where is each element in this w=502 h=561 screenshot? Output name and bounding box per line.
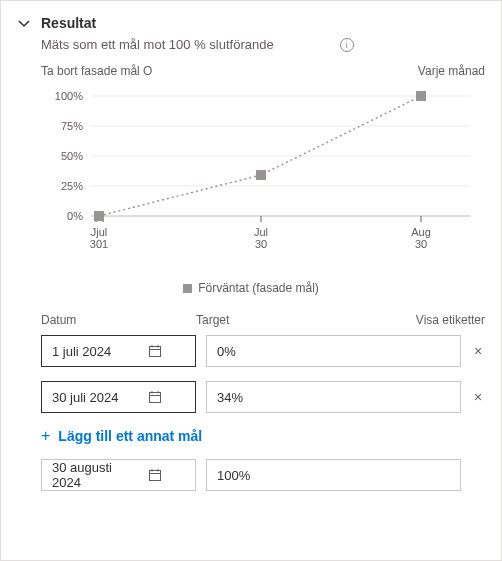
legend-label: Förväntat (fasade mål) (198, 281, 319, 295)
target-field[interactable]: 34% (206, 381, 461, 413)
x-sub-1: 30 (255, 238, 267, 250)
section-subtitle: Mäts som ett mål mot 100 % slutförande (41, 37, 274, 52)
target-field[interactable]: 0% (206, 335, 461, 367)
column-header-date: Datum (41, 313, 196, 327)
add-target-button[interactable]: + Lägg till ett annat mål (17, 427, 485, 445)
date-value: 1 juli 2024 (52, 344, 121, 359)
target-value: 34% (217, 390, 243, 405)
chevron-down-icon[interactable] (17, 16, 31, 30)
x-tick-1: Jul (254, 226, 268, 238)
svg-rect-11 (256, 170, 266, 180)
phased-target-chart: 100% 75% 50% 25% 0% Jjul 301 Jul 30 (17, 86, 485, 271)
remove-row-button[interactable]: × (471, 343, 485, 359)
x-tick-0: Jjul (91, 226, 108, 238)
date-value: 30 augusti 2024 (52, 460, 121, 490)
target-field[interactable]: 100% (206, 459, 461, 491)
chart-legend: Förväntat (fasade mål) (17, 281, 485, 295)
x-sub-0: 301 (90, 238, 108, 250)
section-title: Resultat (41, 15, 96, 31)
svg-rect-10 (94, 211, 104, 221)
target-value: 100% (217, 468, 250, 483)
x-tick-2: Aug (411, 226, 431, 238)
remove-phased-targets-link[interactable]: Ta bort fasade mål O (41, 64, 152, 78)
y-tick-50: 50% (61, 150, 83, 162)
column-header-target: Target (196, 313, 416, 327)
calendar-icon[interactable] (121, 389, 190, 405)
y-tick-25: 25% (61, 180, 83, 192)
svg-rect-13 (149, 347, 160, 357)
x-sub-2: 30 (415, 238, 427, 250)
add-target-label: Lägg till ett annat mål (58, 428, 202, 444)
date-field[interactable]: 30 juli 2024 (41, 381, 196, 413)
target-row: 1 juli 2024 0% × (17, 335, 485, 367)
plus-icon: + (41, 427, 50, 445)
info-icon[interactable]: i (340, 38, 354, 52)
svg-rect-21 (149, 471, 160, 481)
calendar-icon[interactable] (121, 467, 190, 483)
target-row-final: 30 augusti 2024 100% × (17, 459, 485, 491)
svg-rect-17 (149, 393, 160, 403)
svg-rect-12 (416, 91, 426, 101)
legend-marker-icon (183, 284, 192, 293)
target-row: 30 juli 2024 34% × (17, 381, 485, 413)
column-header-labels[interactable]: Visa etiketter (416, 313, 485, 327)
frequency-label[interactable]: Varje månad (418, 64, 485, 78)
date-value: 30 juli 2024 (52, 390, 121, 405)
calendar-icon[interactable] (121, 343, 190, 359)
y-tick-100: 100% (55, 90, 83, 102)
y-tick-0: 0% (67, 210, 83, 222)
remove-row-button[interactable]: × (471, 389, 485, 405)
date-field[interactable]: 30 augusti 2024 (41, 459, 196, 491)
y-tick-75: 75% (61, 120, 83, 132)
date-field[interactable]: 1 juli 2024 (41, 335, 196, 367)
target-value: 0% (217, 344, 236, 359)
